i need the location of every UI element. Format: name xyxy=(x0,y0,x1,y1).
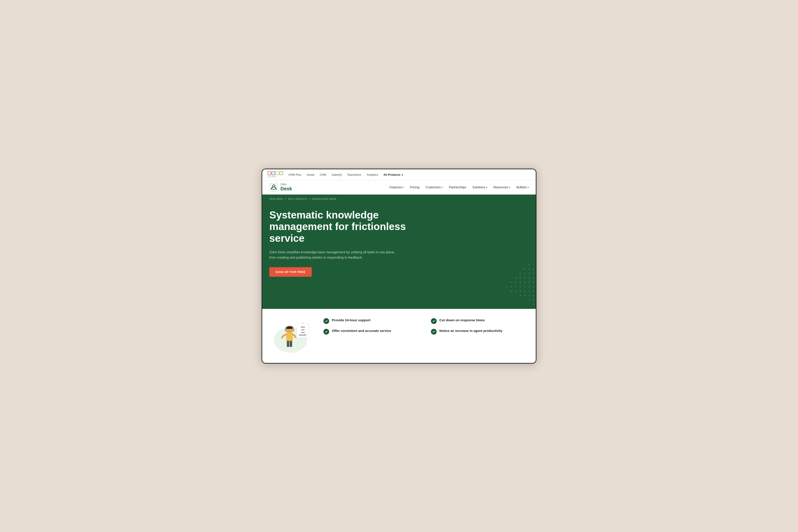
top-nav-all-products[interactable]: All Products ▾ xyxy=(384,173,403,176)
svg-point-22 xyxy=(520,277,521,279)
svg-point-4 xyxy=(533,260,534,261)
svg-text:How: How xyxy=(301,326,305,328)
main-content-area: Zoho Desk Features ▾ Pricing Customers ▾… xyxy=(262,180,536,309)
top-nav-salesiq[interactable]: SalesIQ xyxy=(332,173,342,176)
svg-point-50 xyxy=(520,295,521,296)
svg-point-5 xyxy=(528,260,530,261)
svg-point-10 xyxy=(533,268,534,270)
svg-point-44 xyxy=(515,290,517,292)
nav-solutions[interactable]: Solutions ▾ xyxy=(472,186,487,189)
breadcrumb-sep-2: > xyxy=(309,198,310,200)
svg-point-15 xyxy=(528,273,530,274)
logo-square-blue xyxy=(272,171,275,175)
svg-point-36 xyxy=(515,286,517,287)
svg-point-37 xyxy=(511,286,512,287)
benefit-check-0 xyxy=(323,318,329,324)
hero-title: Systematic knowledge management for fric… xyxy=(269,209,410,244)
svg-point-20 xyxy=(528,277,530,279)
nav-customers[interactable]: Customers ▾ xyxy=(426,186,443,189)
top-nav-assist[interactable]: Assist xyxy=(307,173,315,176)
breadcrumb-knowledge-base: KNOWLEDGE BASE xyxy=(312,198,336,200)
benefit-item-2: Offer consistent and accurate service xyxy=(323,328,417,335)
svg-point-17 xyxy=(520,273,521,274)
benefit-check-1 xyxy=(431,318,437,324)
svg-point-42 xyxy=(524,290,525,292)
zoho-label: Zoho xyxy=(280,183,292,186)
top-nav-teaminbox[interactable]: TeamInbox xyxy=(347,173,361,176)
benefit-text-3: Notice an increase in agent productivity xyxy=(439,328,502,333)
nav-features[interactable]: Features ▾ xyxy=(389,186,404,189)
svg-point-49 xyxy=(524,295,525,296)
svg-point-26 xyxy=(528,282,530,283)
logo-square-green xyxy=(280,171,283,175)
logo-square-yellow xyxy=(276,171,279,175)
zoho-brand-text: ZOHO xyxy=(267,175,277,178)
breadcrumb-features[interactable]: FEATURES xyxy=(269,198,283,200)
svg-rect-61 xyxy=(290,341,292,347)
product-logo: Zoho Desk xyxy=(269,183,292,192)
all-products-arrow-icon: ▾ xyxy=(402,173,403,176)
svg-point-29 xyxy=(515,282,517,283)
svg-point-40 xyxy=(533,290,534,292)
svg-point-14 xyxy=(533,273,534,274)
svg-point-52 xyxy=(533,299,534,301)
product-nav-bar: Zoho Desk Features ▾ Pricing Customers ▾… xyxy=(262,180,536,194)
nav-resources[interactable]: Resources ▾ xyxy=(494,186,510,189)
benefit-text-1: Cut down on response times xyxy=(439,318,485,322)
svg-point-43 xyxy=(520,290,521,292)
svg-point-34 xyxy=(524,286,525,287)
svg-rect-63 xyxy=(292,329,294,331)
signup-cta-button[interactable]: SIGN UP FOR FREE xyxy=(269,267,312,277)
solutions-arrow-icon: ▾ xyxy=(486,186,487,189)
svg-point-23 xyxy=(515,277,517,279)
svg-rect-62 xyxy=(285,329,286,331)
svg-text:benefit?: benefit? xyxy=(299,334,307,336)
benefits-card: How can you benefit? Provide 24-hour sup… xyxy=(262,309,536,363)
svg-point-45 xyxy=(511,290,512,292)
nav-pricing[interactable]: Pricing xyxy=(410,186,420,189)
svg-rect-60 xyxy=(287,341,289,347)
svg-point-53 xyxy=(528,299,530,301)
svg-text:can: can xyxy=(301,328,304,331)
screen-wrapper: ZOHO CRM Plus Assist CRM SalesIQ TeamInb… xyxy=(262,169,536,364)
top-nav-crm[interactable]: CRM xyxy=(320,173,326,176)
benefit-item-0: Provide 24-hour support xyxy=(323,318,417,324)
resources-arrow-icon: ▾ xyxy=(509,186,510,189)
svg-point-19 xyxy=(533,277,534,279)
logo-square-red xyxy=(267,171,271,175)
product-nav-links: Features ▾ Pricing Customers ▾ Partnersh… xyxy=(389,186,529,189)
svg-point-30 xyxy=(511,282,512,283)
desk-icon xyxy=(269,183,278,192)
svg-point-27 xyxy=(524,282,525,283)
svg-rect-59 xyxy=(286,333,293,342)
svg-point-21 xyxy=(524,277,525,279)
breadcrumb-sep-1: > xyxy=(285,198,286,200)
bulletin-arrow-icon: ▾ xyxy=(527,186,529,189)
zoho-top-logo: ZOHO xyxy=(267,171,283,178)
benefit-item-3: Notice an increase in agent productivity xyxy=(431,328,525,335)
svg-point-33 xyxy=(528,286,530,287)
svg-text:you: you xyxy=(301,331,304,334)
nav-partnerships[interactable]: Partnerships xyxy=(449,186,466,189)
top-utility-nav: ZOHO CRM Plus Assist CRM SalesIQ TeamInb… xyxy=(262,169,536,180)
hero-section: Systematic knowledge management for fric… xyxy=(262,200,417,290)
svg-point-55 xyxy=(533,304,534,305)
svg-point-12 xyxy=(524,268,525,270)
svg-point-8 xyxy=(528,264,530,265)
benefit-text-2: Offer consistent and accurate service xyxy=(332,328,391,333)
product-name-group: Zoho Desk xyxy=(280,183,292,191)
svg-point-28 xyxy=(520,282,521,283)
nav-bulletin[interactable]: Bulletin ▾ xyxy=(517,186,529,189)
svg-point-32 xyxy=(533,286,534,287)
benefit-check-3 xyxy=(431,329,437,335)
breadcrumb-self-service[interactable]: SELF-SERVICE xyxy=(288,198,307,200)
benefit-text-0: Provide 24-hour support xyxy=(332,318,370,322)
benefit-check-2 xyxy=(323,329,329,335)
svg-point-41 xyxy=(528,290,530,292)
svg-point-48 xyxy=(528,295,530,296)
top-nav-crm-plus[interactable]: CRM Plus xyxy=(289,173,301,176)
desk-label: Desk xyxy=(280,186,292,191)
svg-point-16 xyxy=(524,273,525,274)
top-nav-analytics[interactable]: Analytics xyxy=(367,173,378,176)
svg-point-38 xyxy=(506,286,507,287)
